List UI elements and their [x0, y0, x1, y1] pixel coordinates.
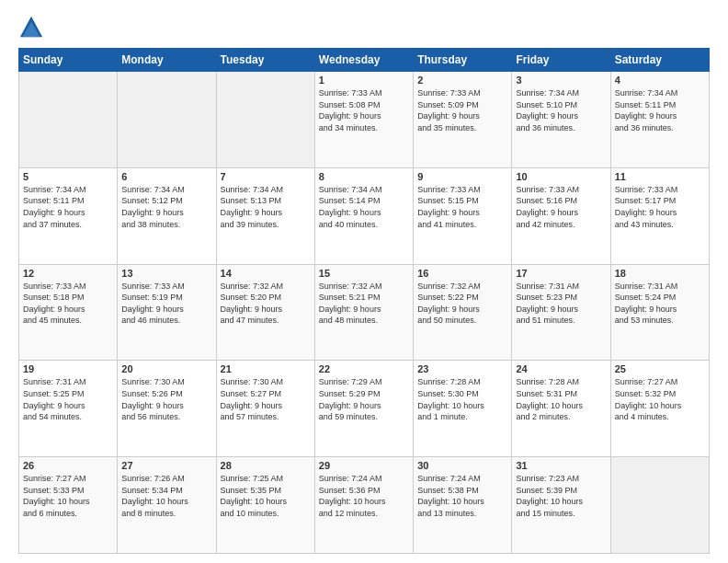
day-cell: 21Sunrise: 7:30 AM Sunset: 5:27 PM Dayli… — [216, 361, 314, 457]
day-info: Sunrise: 7:33 AM Sunset: 5:15 PM Dayligh… — [417, 184, 507, 230]
day-info: Sunrise: 7:32 AM Sunset: 5:21 PM Dayligh… — [319, 281, 409, 327]
day-cell: 7Sunrise: 7:34 AM Sunset: 5:13 PM Daylig… — [216, 167, 314, 264]
day-cell: 9Sunrise: 7:33 AM Sunset: 5:15 PM Daylig… — [414, 167, 512, 264]
day-number: 25 — [615, 363, 705, 374]
day-cell: 19Sunrise: 7:31 AM Sunset: 5:25 PM Dayli… — [19, 361, 118, 457]
day-info: Sunrise: 7:27 AM Sunset: 5:32 PM Dayligh… — [615, 376, 705, 422]
logo — [18, 15, 48, 40]
day-header-wednesday: Wednesday — [314, 49, 413, 72]
day-cell: 23Sunrise: 7:28 AM Sunset: 5:30 PM Dayli… — [414, 361, 512, 457]
day-info: Sunrise: 7:33 AM Sunset: 5:19 PM Dayligh… — [121, 281, 211, 327]
day-cell: 1Sunrise: 7:33 AM Sunset: 5:08 PM Daylig… — [314, 72, 413, 168]
day-info: Sunrise: 7:34 AM Sunset: 5:14 PM Dayligh… — [319, 184, 409, 230]
day-info: Sunrise: 7:28 AM Sunset: 5:31 PM Dayligh… — [516, 376, 606, 422]
day-info: Sunrise: 7:34 AM Sunset: 5:10 PM Dayligh… — [516, 87, 606, 133]
day-info: Sunrise: 7:33 AM Sunset: 5:17 PM Dayligh… — [615, 184, 705, 230]
day-cell: 14Sunrise: 7:32 AM Sunset: 5:20 PM Dayli… — [216, 264, 314, 361]
day-cell: 2Sunrise: 7:33 AM Sunset: 5:09 PM Daylig… — [414, 72, 512, 168]
day-info: Sunrise: 7:31 AM Sunset: 5:25 PM Dayligh… — [23, 376, 113, 422]
day-cell: 4Sunrise: 7:34 AM Sunset: 5:11 PM Daylig… — [610, 72, 709, 168]
day-info: Sunrise: 7:25 AM Sunset: 5:35 PM Dayligh… — [221, 473, 311, 519]
day-cell: 5Sunrise: 7:34 AM Sunset: 5:11 PM Daylig… — [19, 167, 118, 264]
day-info: Sunrise: 7:23 AM Sunset: 5:39 PM Dayligh… — [516, 473, 606, 519]
day-number: 12 — [23, 268, 113, 279]
day-cell: 25Sunrise: 7:27 AM Sunset: 5:32 PM Dayli… — [610, 361, 709, 457]
day-cell: 15Sunrise: 7:32 AM Sunset: 5:21 PM Dayli… — [314, 264, 413, 361]
day-number: 19 — [23, 363, 113, 374]
day-cell: 10Sunrise: 7:33 AM Sunset: 5:16 PM Dayli… — [512, 167, 610, 264]
day-number: 1 — [319, 75, 409, 86]
day-info: Sunrise: 7:34 AM Sunset: 5:13 PM Dayligh… — [221, 184, 311, 230]
day-number: 5 — [23, 171, 113, 182]
day-cell: 22Sunrise: 7:29 AM Sunset: 5:29 PM Dayli… — [314, 361, 413, 457]
logo-icon — [18, 15, 44, 40]
day-number: 29 — [319, 460, 409, 471]
day-info: Sunrise: 7:33 AM Sunset: 5:18 PM Dayligh… — [23, 281, 113, 327]
day-header-thursday: Thursday — [414, 49, 512, 72]
header-row: SundayMondayTuesdayWednesdayThursdayFrid… — [19, 49, 710, 72]
day-cell: 30Sunrise: 7:24 AM Sunset: 5:38 PM Dayli… — [414, 457, 512, 554]
day-number: 10 — [516, 171, 606, 182]
day-header-saturday: Saturday — [610, 49, 709, 72]
day-info: Sunrise: 7:34 AM Sunset: 5:12 PM Dayligh… — [121, 184, 211, 230]
day-number: 20 — [121, 363, 211, 374]
day-number: 31 — [516, 460, 606, 471]
day-info: Sunrise: 7:34 AM Sunset: 5:11 PM Dayligh… — [615, 87, 705, 133]
day-cell — [19, 72, 118, 168]
day-number: 26 — [23, 460, 113, 471]
day-cell — [216, 72, 314, 168]
day-cell: 29Sunrise: 7:24 AM Sunset: 5:36 PM Dayli… — [314, 457, 413, 554]
day-cell: 8Sunrise: 7:34 AM Sunset: 5:14 PM Daylig… — [314, 167, 413, 264]
day-number: 9 — [417, 171, 507, 182]
day-number: 16 — [417, 268, 507, 279]
day-info: Sunrise: 7:26 AM Sunset: 5:34 PM Dayligh… — [121, 473, 211, 519]
day-number: 28 — [221, 460, 311, 471]
day-cell: 18Sunrise: 7:31 AM Sunset: 5:24 PM Dayli… — [610, 264, 709, 361]
day-info: Sunrise: 7:33 AM Sunset: 5:09 PM Dayligh… — [417, 87, 507, 133]
day-number: 27 — [121, 460, 211, 471]
day-info: Sunrise: 7:24 AM Sunset: 5:36 PM Dayligh… — [319, 473, 409, 519]
day-number: 18 — [615, 268, 705, 279]
day-number: 6 — [121, 171, 211, 182]
week-row-5: 26Sunrise: 7:27 AM Sunset: 5:33 PM Dayli… — [19, 457, 710, 554]
day-cell: 26Sunrise: 7:27 AM Sunset: 5:33 PM Dayli… — [19, 457, 118, 554]
day-info: Sunrise: 7:31 AM Sunset: 5:23 PM Dayligh… — [516, 281, 606, 327]
day-number: 2 — [417, 75, 507, 86]
day-info: Sunrise: 7:30 AM Sunset: 5:26 PM Dayligh… — [121, 376, 211, 422]
day-cell: 31Sunrise: 7:23 AM Sunset: 5:39 PM Dayli… — [512, 457, 610, 554]
day-header-sunday: Sunday — [19, 49, 118, 72]
day-header-tuesday: Tuesday — [216, 49, 314, 72]
day-info: Sunrise: 7:33 AM Sunset: 5:08 PM Dayligh… — [319, 87, 409, 133]
day-number: 4 — [615, 75, 705, 86]
calendar-table: SundayMondayTuesdayWednesdayThursdayFrid… — [18, 48, 710, 554]
day-cell: 6Sunrise: 7:34 AM Sunset: 5:12 PM Daylig… — [118, 167, 216, 264]
day-number: 13 — [121, 268, 211, 279]
day-info: Sunrise: 7:31 AM Sunset: 5:24 PM Dayligh… — [615, 281, 705, 327]
day-cell: 12Sunrise: 7:33 AM Sunset: 5:18 PM Dayli… — [19, 264, 118, 361]
day-number: 8 — [319, 171, 409, 182]
day-info: Sunrise: 7:34 AM Sunset: 5:11 PM Dayligh… — [23, 184, 113, 230]
day-cell: 11Sunrise: 7:33 AM Sunset: 5:17 PM Dayli… — [610, 167, 709, 264]
day-number: 14 — [221, 268, 311, 279]
day-cell — [610, 457, 709, 554]
day-number: 21 — [221, 363, 311, 374]
day-cell: 3Sunrise: 7:34 AM Sunset: 5:10 PM Daylig… — [512, 72, 610, 168]
day-info: Sunrise: 7:29 AM Sunset: 5:29 PM Dayligh… — [319, 376, 409, 422]
day-info: Sunrise: 7:30 AM Sunset: 5:27 PM Dayligh… — [221, 376, 311, 422]
day-cell: 13Sunrise: 7:33 AM Sunset: 5:19 PM Dayli… — [118, 264, 216, 361]
day-cell — [118, 72, 216, 168]
day-number: 22 — [319, 363, 409, 374]
day-cell: 28Sunrise: 7:25 AM Sunset: 5:35 PM Dayli… — [216, 457, 314, 554]
week-row-1: 1Sunrise: 7:33 AM Sunset: 5:08 PM Daylig… — [19, 72, 710, 168]
day-cell: 20Sunrise: 7:30 AM Sunset: 5:26 PM Dayli… — [118, 361, 216, 457]
page: SundayMondayTuesdayWednesdayThursdayFrid… — [0, 0, 728, 563]
day-number: 23 — [417, 363, 507, 374]
day-info: Sunrise: 7:24 AM Sunset: 5:38 PM Dayligh… — [417, 473, 507, 519]
day-number: 7 — [221, 171, 311, 182]
day-number: 15 — [319, 268, 409, 279]
day-cell: 16Sunrise: 7:32 AM Sunset: 5:22 PM Dayli… — [414, 264, 512, 361]
day-cell: 17Sunrise: 7:31 AM Sunset: 5:23 PM Dayli… — [512, 264, 610, 361]
day-number: 17 — [516, 268, 606, 279]
day-number: 24 — [516, 363, 606, 374]
day-info: Sunrise: 7:28 AM Sunset: 5:30 PM Dayligh… — [417, 376, 507, 422]
